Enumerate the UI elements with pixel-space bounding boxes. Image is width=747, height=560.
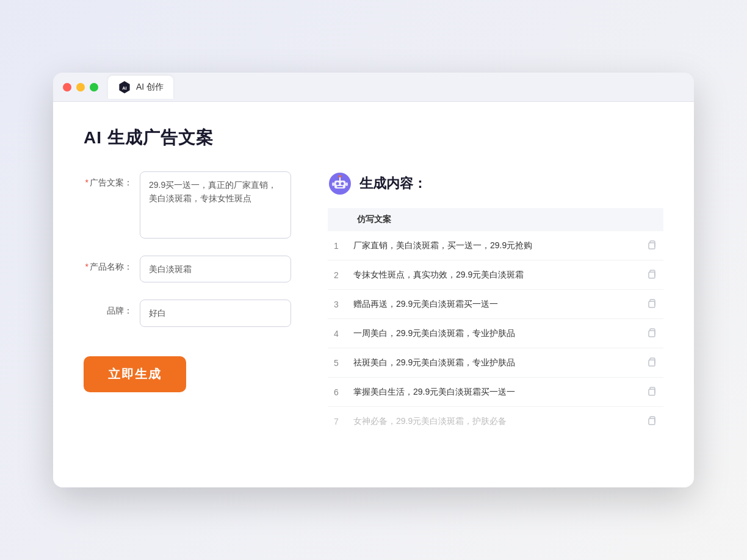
close-button[interactable] bbox=[63, 83, 71, 92]
result-num: 2 bbox=[328, 260, 347, 290]
col-copy bbox=[640, 208, 663, 231]
table-row: 2专抹女性斑点，真实功效，29.9元美白淡斑霜 bbox=[328, 260, 663, 290]
result-num: 1 bbox=[328, 231, 347, 260]
copy-button[interactable] bbox=[640, 407, 663, 436]
left-panel: 广告文案： 29.9买一送一，真正的厂家直销，美白淡斑霜，专抹女性斑点 产品名称… bbox=[84, 171, 291, 457]
svg-rect-3 bbox=[334, 181, 345, 188]
browser-tab[interactable]: AI AI 创作 bbox=[108, 76, 173, 99]
result-title: 生成内容： bbox=[359, 174, 427, 193]
page-title: AI 生成广告文案 bbox=[84, 126, 663, 149]
browser-window: AI AI 创作 AI 生成广告文案 广告文案： 29.9买一送一，真正的厂家直… bbox=[53, 73, 694, 487]
svg-point-5 bbox=[341, 182, 344, 185]
table-row: 1厂家直销，美白淡斑霜，买一送一，29.9元抢购 bbox=[328, 231, 663, 260]
brand-label: 品牌： bbox=[84, 300, 132, 317]
right-panel: 生成内容： 仿写文案 1厂家直销，美白淡斑霜，买一送一，29.9元抢购 2专抹女… bbox=[328, 171, 663, 457]
result-text: 女神必备，29.9元美白淡斑霜，护肤必备 bbox=[347, 407, 640, 436]
svg-rect-6 bbox=[337, 186, 343, 187]
copy-button[interactable] bbox=[640, 290, 663, 319]
svg-rect-14 bbox=[649, 331, 655, 337]
copy-button[interactable] bbox=[640, 319, 663, 348]
svg-rect-16 bbox=[649, 389, 655, 395]
result-num: 7 bbox=[328, 407, 347, 436]
robot-icon bbox=[328, 171, 352, 196]
result-text: 专抹女性斑点，真实功效，29.9元美白淡斑霜 bbox=[347, 260, 640, 290]
copy-button[interactable] bbox=[640, 378, 663, 407]
result-text: 祛斑美白，29.9元美白淡斑霜，专业护肤品 bbox=[347, 348, 640, 378]
tab-label: AI 创作 bbox=[136, 82, 164, 93]
result-text: 厂家直销，美白淡斑霜，买一送一，29.9元抢购 bbox=[347, 231, 640, 260]
ad-copy-input[interactable]: 29.9买一送一，真正的厂家直销，美白淡斑霜，专抹女性斑点 bbox=[140, 171, 291, 239]
traffic-lights bbox=[63, 83, 98, 92]
svg-point-4 bbox=[336, 182, 339, 185]
ad-copy-label: 广告文案： bbox=[84, 171, 132, 188]
svg-point-8 bbox=[339, 175, 341, 178]
table-row: 4一周美白，29.9元美白淡斑霜，专业护肤品 bbox=[328, 319, 663, 348]
main-layout: 广告文案： 29.9买一送一，真正的厂家直销，美白淡斑霜，专抹女性斑点 产品名称… bbox=[84, 171, 663, 457]
generate-button[interactable]: 立即生成 bbox=[84, 356, 186, 392]
table-row: 5祛斑美白，29.9元美白淡斑霜，专业护肤品 bbox=[328, 348, 663, 378]
table-row: 6掌握美白生活，29.9元美白淡斑霜买一送一 bbox=[328, 378, 663, 407]
brand-group: 品牌： bbox=[84, 300, 291, 326]
brand-input[interactable] bbox=[140, 300, 291, 326]
product-name-group: 产品名称： bbox=[84, 256, 291, 282]
results-table: 仿写文案 1厂家直销，美白淡斑霜，买一送一，29.9元抢购 2专抹女性斑点，真实… bbox=[328, 208, 663, 436]
result-num: 4 bbox=[328, 319, 347, 348]
ai-tab-icon: AI bbox=[118, 81, 131, 94]
result-num: 3 bbox=[328, 290, 347, 319]
product-input[interactable] bbox=[140, 256, 291, 282]
titlebar: AI AI 创作 bbox=[53, 73, 694, 102]
copy-button[interactable] bbox=[640, 260, 663, 290]
result-text: 一周美白，29.9元美白淡斑霜，专业护肤品 bbox=[347, 319, 640, 348]
minimize-button[interactable] bbox=[76, 83, 85, 92]
svg-rect-15 bbox=[649, 360, 655, 366]
svg-rect-9 bbox=[332, 182, 334, 186]
svg-rect-17 bbox=[649, 418, 655, 425]
result-header: 生成内容： bbox=[328, 171, 663, 196]
table-row: 3赠品再送，29.9元美白淡斑霜买一送一 bbox=[328, 290, 663, 319]
col-num bbox=[328, 208, 347, 231]
ad-copy-group: 广告文案： 29.9买一送一，真正的厂家直销，美白淡斑霜，专抹女性斑点 bbox=[84, 171, 291, 239]
copy-button[interactable] bbox=[640, 231, 663, 260]
maximize-button[interactable] bbox=[90, 83, 98, 92]
result-num: 5 bbox=[328, 348, 347, 378]
product-label: 产品名称： bbox=[84, 256, 132, 273]
table-row: 7女神必备，29.9元美白淡斑霜，护肤必备 bbox=[328, 407, 663, 436]
page-content: AI 生成广告文案 广告文案： 29.9买一送一，真正的厂家直销，美白淡斑霜，专… bbox=[53, 102, 694, 487]
svg-rect-12 bbox=[649, 272, 655, 278]
col-header: 仿写文案 bbox=[347, 208, 640, 231]
result-text: 赠品再送，29.9元美白淡斑霜买一送一 bbox=[347, 290, 640, 319]
svg-rect-10 bbox=[345, 182, 348, 186]
svg-rect-11 bbox=[649, 243, 655, 249]
svg-rect-13 bbox=[649, 301, 655, 307]
svg-text:AI: AI bbox=[122, 85, 126, 90]
result-text: 掌握美白生活，29.9元美白淡斑霜买一送一 bbox=[347, 378, 640, 407]
result-num: 6 bbox=[328, 378, 347, 407]
copy-button[interactable] bbox=[640, 348, 663, 378]
